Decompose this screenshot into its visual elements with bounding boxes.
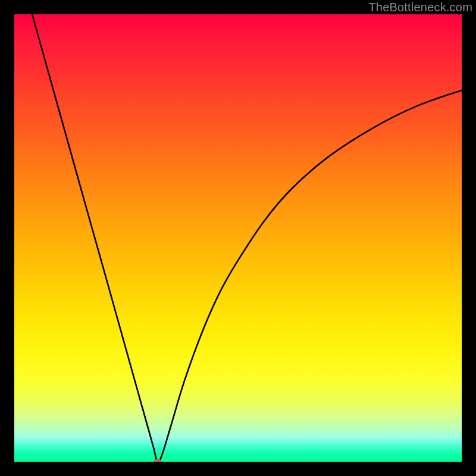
minimum-marker	[154, 459, 161, 462]
plot-area	[14, 14, 462, 462]
curve-svg	[14, 14, 462, 462]
bottleneck-curve	[32, 14, 462, 462]
watermark-text: TheBottleneck.com	[368, 1, 472, 14]
chart-frame: TheBottleneck.com	[0, 0, 476, 476]
